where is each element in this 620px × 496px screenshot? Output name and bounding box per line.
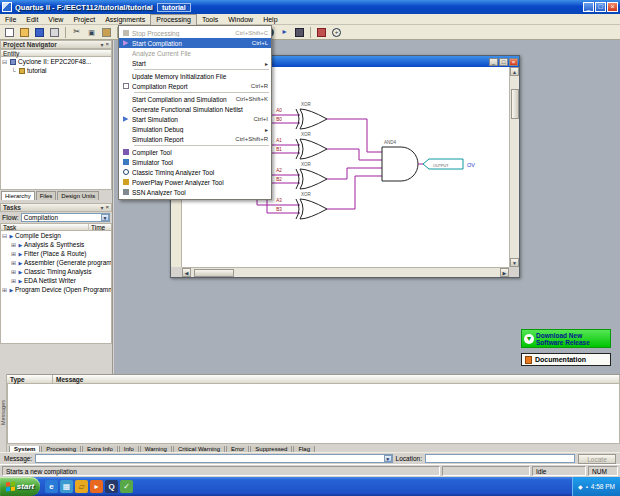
- expander-icon[interactable]: ⊟: [1, 232, 8, 239]
- menu-item-compiler-tool[interactable]: Compiler Tool: [119, 147, 271, 157]
- menu-view[interactable]: View: [43, 14, 68, 25]
- schematic-vertical-scrollbar[interactable]: ▲ ▼: [509, 67, 519, 267]
- task-row[interactable]: ⊞▶Classic Timing Analysis: [1, 267, 111, 276]
- new-file-button[interactable]: [2, 26, 17, 39]
- vertical-scroll-thumb[interactable]: [511, 89, 519, 119]
- xor-gate-1[interactable]: XOR: [296, 102, 327, 129]
- menu-item-start-compilation-and-simulation[interactable]: Start Compilation and SimulationCtrl+Shi…: [119, 94, 271, 104]
- tree-row-device[interactable]: ⊟ Cyclone II: EP2C20F48...: [1, 57, 111, 66]
- menu-item-simulator-tool[interactable]: Simulator Tool: [119, 157, 271, 167]
- menu-item-stop-processing[interactable]: Stop ProcessingCtrl+Shift+C: [119, 28, 271, 38]
- scroll-right-icon[interactable]: ▶: [500, 268, 509, 277]
- tab-design-units[interactable]: Design Units: [57, 191, 99, 200]
- menu-assignments[interactable]: Assignments: [100, 14, 150, 25]
- net-wire[interactable]: [327, 176, 382, 209]
- paste-button[interactable]: [99, 26, 114, 39]
- menu-item-compilation-report[interactable]: Compilation ReportCtrl+R: [119, 81, 271, 91]
- pin-panel-icon[interactable]: ▾: [100, 41, 103, 48]
- print-button[interactable]: [47, 26, 62, 39]
- net-wire[interactable]: [327, 119, 382, 152]
- tray-status-icon[interactable]: ◆: [578, 483, 583, 490]
- scroll-left-icon[interactable]: ◀: [182, 268, 191, 277]
- task-row[interactable]: ⊞▶Assembler (Generate programming files): [1, 258, 111, 267]
- xor-gate-4[interactable]: XOR: [296, 192, 327, 219]
- netlist-viewer-button[interactable]: [314, 26, 329, 39]
- expander-icon[interactable]: ⊞: [10, 250, 17, 257]
- chevron-down-icon[interactable]: ▼: [101, 214, 109, 221]
- expander-icon[interactable]: ⊞: [10, 259, 17, 266]
- menu-edit[interactable]: Edit: [21, 14, 43, 25]
- start-button[interactable]: start: [0, 477, 40, 496]
- menu-help[interactable]: Help: [258, 14, 282, 25]
- tree-row-entity[interactable]: └ tutorial: [1, 66, 111, 75]
- maximize-button[interactable]: □: [595, 2, 606, 12]
- chevron-down-icon[interactable]: ▼: [384, 455, 392, 462]
- menu-item-start[interactable]: Start▸: [119, 58, 271, 68]
- menu-item-start-simulation[interactable]: Start SimulationCtrl+I: [119, 114, 271, 124]
- folder-icon[interactable]: ▱: [75, 480, 88, 493]
- show-desktop-icon[interactable]: ▦: [60, 480, 73, 493]
- pin-panel-icon[interactable]: ▾: [100, 204, 103, 211]
- messages-side-tab[interactable]: Messages: [0, 374, 7, 452]
- tab-hierarchy[interactable]: Hierarchy: [1, 191, 35, 200]
- open-file-button[interactable]: [17, 26, 32, 39]
- horizontal-scroll-thumb[interactable]: [194, 269, 234, 277]
- task-row[interactable]: ⊞▶EDA Netlist Writer: [1, 276, 111, 285]
- download-software-button[interactable]: ▼ Download New Software Release: [521, 329, 611, 348]
- net-wire[interactable]: [327, 149, 382, 160]
- menu-processing[interactable]: Processing: [150, 14, 197, 25]
- simulator-button[interactable]: ▸: [277, 26, 292, 39]
- menu-tools[interactable]: Tools: [197, 14, 223, 25]
- tray-volume-icon[interactable]: ▪: [586, 484, 588, 490]
- menu-item-ssn-analyzer-tool[interactable]: SSN Analyzer Tool: [119, 187, 271, 197]
- scroll-down-icon[interactable]: ▼: [510, 258, 519, 267]
- locate-button[interactable]: Locate: [578, 454, 616, 464]
- menu-item-analyze-current-file[interactable]: Analyze Current File: [119, 48, 271, 58]
- menu-item-start-compilation[interactable]: Start CompilationCtrl+L: [119, 38, 271, 48]
- expander-icon[interactable]: ⊞: [10, 268, 17, 275]
- messages-list[interactable]: [7, 384, 620, 444]
- menu-item-update-memory-init[interactable]: Update Memory Initialization File: [119, 71, 271, 81]
- scroll-up-icon[interactable]: ▲: [510, 67, 519, 76]
- copy-button[interactable]: ▣: [84, 26, 99, 39]
- close-button[interactable]: ×: [607, 2, 618, 12]
- expander-icon[interactable]: ⊟: [1, 58, 8, 65]
- programmer-button[interactable]: [292, 26, 307, 39]
- flow-select[interactable]: Compilation ▼: [21, 213, 110, 222]
- xor-gate-2[interactable]: XOR: [296, 132, 327, 159]
- close-panel-icon[interactable]: ×: [105, 204, 109, 211]
- menu-project[interactable]: Project: [68, 14, 100, 25]
- output-pin[interactable]: OUTPUT OV: [423, 159, 475, 169]
- expander-icon[interactable]: ⊞: [10, 241, 17, 248]
- quartus-taskbar-icon[interactable]: Q: [105, 480, 118, 493]
- menu-item-simulation-debug[interactable]: Simulation Debug▸: [119, 124, 271, 134]
- child-close-icon[interactable]: ×: [509, 58, 518, 66]
- messenger-icon[interactable]: ✓: [120, 480, 133, 493]
- task-row[interactable]: ⊞▶Fitter (Place & Route): [1, 249, 111, 258]
- minimize-button[interactable]: _: [583, 2, 594, 12]
- child-minimize-icon[interactable]: _: [489, 58, 498, 66]
- close-panel-icon[interactable]: ×: [105, 41, 109, 48]
- expander-icon[interactable]: ⊞: [1, 286, 8, 293]
- menu-item-simulation-report[interactable]: Simulation ReportCtrl+Shift+R: [119, 134, 271, 144]
- schematic-horizontal-scrollbar[interactable]: ◀ ▶: [182, 267, 509, 277]
- menu-item-generate-functional-sim-netlist[interactable]: Generate Functional Simulation Netlist: [119, 104, 271, 114]
- menu-item-classic-timing-analyzer-tool[interactable]: Classic Timing Analyzer Tool: [119, 167, 271, 177]
- child-restore-icon[interactable]: □: [499, 58, 508, 66]
- xor-gate-3[interactable]: XOR: [296, 162, 327, 189]
- media-player-icon[interactable]: ▸: [90, 480, 103, 493]
- task-row[interactable]: ⊞▶Program Device (Open Programmer): [1, 285, 111, 294]
- task-row[interactable]: ⊟▶Compile Design: [1, 231, 111, 240]
- internet-explorer-icon[interactable]: e: [45, 480, 58, 493]
- menu-file[interactable]: File: [0, 14, 21, 25]
- cut-button[interactable]: ✂: [69, 26, 84, 39]
- documentation-button[interactable]: Documentation: [521, 353, 611, 366]
- save-button[interactable]: [32, 26, 47, 39]
- and4-gate[interactable]: AND4: [382, 140, 418, 181]
- menu-window[interactable]: Window: [223, 14, 258, 25]
- expander-icon[interactable]: ⊞: [10, 277, 17, 284]
- zoom-button[interactable]: +: [329, 26, 344, 39]
- location-input[interactable]: [425, 454, 575, 463]
- menu-item-powerplay-power-analyzer-tool[interactable]: PowerPlay Power Analyzer Tool: [119, 177, 271, 187]
- message-input[interactable]: ▼: [35, 454, 392, 463]
